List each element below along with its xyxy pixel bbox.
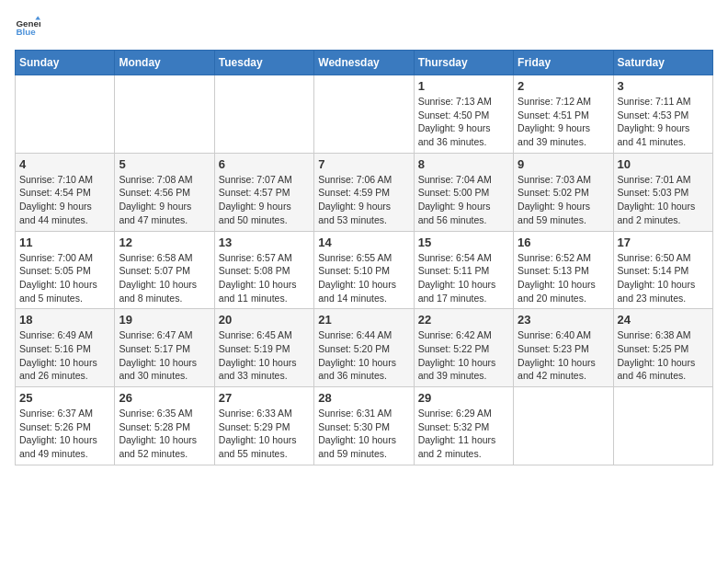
day-number: 13 bbox=[219, 236, 310, 249]
day-number: 1 bbox=[418, 79, 509, 93]
day-number: 21 bbox=[318, 313, 409, 327]
day-number: 27 bbox=[219, 391, 310, 405]
calendar-cell: 5Sunrise: 7:08 AM Sunset: 4:56 PM Daylig… bbox=[115, 153, 214, 231]
day-info: Sunrise: 6:37 AM Sunset: 5:26 PM Dayligh… bbox=[19, 407, 110, 461]
day-info: Sunrise: 6:33 AM Sunset: 5:29 PM Dayligh… bbox=[219, 407, 310, 461]
day-info: Sunrise: 7:12 AM Sunset: 4:51 PM Dayligh… bbox=[518, 95, 609, 149]
day-info: Sunrise: 7:10 AM Sunset: 4:54 PM Dayligh… bbox=[19, 173, 110, 227]
calendar-cell bbox=[214, 75, 313, 154]
day-number: 10 bbox=[618, 157, 709, 171]
calendar-cell: 14Sunrise: 6:55 AM Sunset: 5:10 PM Dayli… bbox=[314, 231, 414, 309]
day-info: Sunrise: 6:57 AM Sunset: 5:08 PM Dayligh… bbox=[219, 251, 310, 305]
logo-icon: General Blue bbox=[15, 15, 40, 40]
day-number: 17 bbox=[618, 236, 709, 249]
day-info: Sunrise: 6:31 AM Sunset: 5:30 PM Dayligh… bbox=[318, 407, 409, 461]
day-number: 26 bbox=[119, 391, 210, 405]
calendar-cell: 10Sunrise: 7:01 AM Sunset: 5:03 PM Dayli… bbox=[613, 153, 712, 231]
calendar-cell: 17Sunrise: 6:50 AM Sunset: 5:14 PM Dayli… bbox=[613, 231, 712, 309]
day-number: 16 bbox=[518, 236, 609, 249]
calendar-cell: 20Sunrise: 6:45 AM Sunset: 5:19 PM Dayli… bbox=[214, 309, 313, 387]
calendar-cell: 26Sunrise: 6:35 AM Sunset: 5:28 PM Dayli… bbox=[115, 387, 214, 465]
day-info: Sunrise: 7:04 AM Sunset: 5:00 PM Dayligh… bbox=[418, 173, 509, 227]
day-number: 9 bbox=[518, 157, 609, 171]
day-number: 18 bbox=[19, 313, 110, 327]
calendar-cell: 1Sunrise: 7:13 AM Sunset: 4:50 PM Daylig… bbox=[414, 75, 513, 154]
day-number: 7 bbox=[318, 157, 409, 171]
day-info: Sunrise: 6:52 AM Sunset: 5:13 PM Dayligh… bbox=[518, 251, 609, 305]
calendar-cell: 12Sunrise: 6:58 AM Sunset: 5:07 PM Dayli… bbox=[115, 231, 214, 309]
weekday-saturday: Saturday bbox=[613, 51, 712, 75]
week-row-5: 25Sunrise: 6:37 AM Sunset: 5:26 PM Dayli… bbox=[16, 387, 713, 465]
day-number: 23 bbox=[518, 313, 609, 327]
weekday-header-row: SundayMondayTuesdayWednesdayThursdayFrid… bbox=[16, 51, 713, 75]
page-header: General Blue bbox=[15, 15, 713, 40]
calendar-cell: 7Sunrise: 7:06 AM Sunset: 4:59 PM Daylig… bbox=[314, 153, 414, 231]
calendar-cell: 3Sunrise: 7:11 AM Sunset: 4:53 PM Daylig… bbox=[613, 75, 712, 154]
weekday-tuesday: Tuesday bbox=[214, 51, 313, 75]
day-info: Sunrise: 7:07 AM Sunset: 4:57 PM Dayligh… bbox=[219, 173, 310, 227]
day-info: Sunrise: 6:47 AM Sunset: 5:17 PM Dayligh… bbox=[119, 328, 210, 383]
day-number: 11 bbox=[19, 236, 110, 249]
day-info: Sunrise: 6:35 AM Sunset: 5:28 PM Dayligh… bbox=[119, 407, 210, 461]
svg-text:Blue: Blue bbox=[16, 27, 36, 37]
day-info: Sunrise: 6:55 AM Sunset: 5:10 PM Dayligh… bbox=[318, 251, 409, 305]
day-info: Sunrise: 6:38 AM Sunset: 5:25 PM Dayligh… bbox=[618, 328, 709, 383]
day-number: 5 bbox=[119, 157, 210, 171]
day-info: Sunrise: 7:06 AM Sunset: 4:59 PM Dayligh… bbox=[318, 173, 409, 227]
calendar-cell: 23Sunrise: 6:40 AM Sunset: 5:23 PM Dayli… bbox=[514, 309, 613, 387]
day-info: Sunrise: 7:08 AM Sunset: 4:56 PM Dayligh… bbox=[119, 173, 210, 227]
day-number: 14 bbox=[318, 236, 409, 249]
day-info: Sunrise: 6:49 AM Sunset: 5:16 PM Dayligh… bbox=[19, 328, 110, 383]
day-number: 22 bbox=[418, 313, 509, 327]
calendar-cell: 21Sunrise: 6:44 AM Sunset: 5:20 PM Dayli… bbox=[314, 309, 414, 387]
day-info: Sunrise: 6:58 AM Sunset: 5:07 PM Dayligh… bbox=[119, 251, 210, 305]
calendar-cell: 9Sunrise: 7:03 AM Sunset: 5:02 PM Daylig… bbox=[514, 153, 613, 231]
weekday-sunday: Sunday bbox=[16, 51, 115, 75]
day-info: Sunrise: 7:03 AM Sunset: 5:02 PM Dayligh… bbox=[518, 173, 609, 227]
day-info: Sunrise: 6:45 AM Sunset: 5:19 PM Dayligh… bbox=[219, 328, 310, 383]
day-number: 8 bbox=[418, 157, 509, 171]
week-row-2: 4Sunrise: 7:10 AM Sunset: 4:54 PM Daylig… bbox=[16, 153, 713, 231]
day-number: 28 bbox=[318, 391, 409, 405]
day-info: Sunrise: 7:00 AM Sunset: 5:05 PM Dayligh… bbox=[19, 251, 110, 305]
day-number: 29 bbox=[418, 391, 509, 405]
calendar-cell: 15Sunrise: 6:54 AM Sunset: 5:11 PM Dayli… bbox=[414, 231, 513, 309]
weekday-wednesday: Wednesday bbox=[314, 51, 414, 75]
day-number: 19 bbox=[119, 313, 210, 327]
day-number: 15 bbox=[418, 236, 509, 249]
day-info: Sunrise: 7:11 AM Sunset: 4:53 PM Dayligh… bbox=[618, 95, 709, 149]
calendar-cell: 27Sunrise: 6:33 AM Sunset: 5:29 PM Dayli… bbox=[214, 387, 313, 465]
day-number: 2 bbox=[518, 79, 609, 93]
calendar-cell: 11Sunrise: 7:00 AM Sunset: 5:05 PM Dayli… bbox=[16, 231, 115, 309]
day-number: 25 bbox=[19, 391, 110, 405]
day-info: Sunrise: 6:42 AM Sunset: 5:22 PM Dayligh… bbox=[418, 328, 509, 383]
day-number: 20 bbox=[219, 313, 310, 327]
calendar-cell: 13Sunrise: 6:57 AM Sunset: 5:08 PM Dayli… bbox=[214, 231, 313, 309]
calendar-cell: 2Sunrise: 7:12 AM Sunset: 4:51 PM Daylig… bbox=[514, 75, 613, 154]
calendar-cell: 16Sunrise: 6:52 AM Sunset: 5:13 PM Dayli… bbox=[514, 231, 613, 309]
day-info: Sunrise: 7:01 AM Sunset: 5:03 PM Dayligh… bbox=[618, 173, 709, 227]
calendar-cell bbox=[514, 387, 613, 465]
calendar-body: 1Sunrise: 7:13 AM Sunset: 4:50 PM Daylig… bbox=[16, 75, 713, 465]
calendar-cell: 28Sunrise: 6:31 AM Sunset: 5:30 PM Dayli… bbox=[314, 387, 414, 465]
calendar-cell: 24Sunrise: 6:38 AM Sunset: 5:25 PM Dayli… bbox=[613, 309, 712, 387]
calendar-cell bbox=[613, 387, 712, 465]
day-number: 24 bbox=[618, 313, 709, 327]
week-row-3: 11Sunrise: 7:00 AM Sunset: 5:05 PM Dayli… bbox=[16, 231, 713, 309]
day-number: 4 bbox=[19, 157, 110, 171]
calendar-cell: 6Sunrise: 7:07 AM Sunset: 4:57 PM Daylig… bbox=[214, 153, 313, 231]
week-row-1: 1Sunrise: 7:13 AM Sunset: 4:50 PM Daylig… bbox=[16, 75, 713, 154]
calendar-cell: 19Sunrise: 6:47 AM Sunset: 5:17 PM Dayli… bbox=[115, 309, 214, 387]
day-info: Sunrise: 6:29 AM Sunset: 5:32 PM Dayligh… bbox=[418, 407, 509, 461]
weekday-friday: Friday bbox=[514, 51, 613, 75]
calendar-cell bbox=[314, 75, 414, 154]
calendar-cell: 18Sunrise: 6:49 AM Sunset: 5:16 PM Dayli… bbox=[16, 309, 115, 387]
calendar-cell: 22Sunrise: 6:42 AM Sunset: 5:22 PM Dayli… bbox=[414, 309, 513, 387]
logo: General Blue bbox=[15, 15, 44, 40]
day-info: Sunrise: 6:54 AM Sunset: 5:11 PM Dayligh… bbox=[418, 251, 509, 305]
weekday-thursday: Thursday bbox=[414, 51, 513, 75]
calendar-table: SundayMondayTuesdayWednesdayThursdayFrid… bbox=[15, 50, 713, 465]
calendar-cell: 8Sunrise: 7:04 AM Sunset: 5:00 PM Daylig… bbox=[414, 153, 513, 231]
week-row-4: 18Sunrise: 6:49 AM Sunset: 5:16 PM Dayli… bbox=[16, 309, 713, 387]
calendar-cell bbox=[115, 75, 214, 154]
